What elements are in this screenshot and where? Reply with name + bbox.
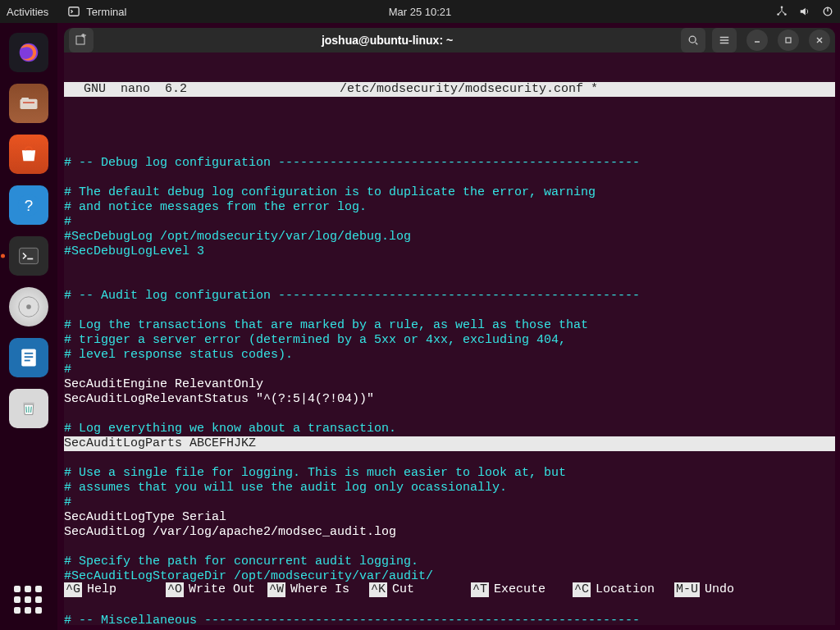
activities-button[interactable]: Activities	[7, 6, 48, 18]
editor-line[interactable]: # -- Debug log configuration -----------…	[64, 156, 835, 171]
nano-file-path: /etc/modsecurity/modsecurity.conf *	[340, 82, 598, 97]
nano-header: GNU nano 6.2 /etc/modsecurity/modsecurit…	[64, 82, 835, 97]
editor-line[interactable]: # Log the transactions that are marked b…	[64, 318, 835, 333]
network-icon[interactable]	[776, 6, 788, 17]
editor-line[interactable]: SecAuditLog /var/log/apache2/modsec_audi…	[64, 525, 835, 540]
editor-line[interactable]: SecAuditEngine RelevantOnly	[64, 377, 835, 392]
dock-software[interactable]	[9, 135, 48, 174]
shortcut-key: M-U	[674, 582, 700, 597]
svg-rect-0	[69, 7, 79, 16]
minimize-button[interactable]	[746, 30, 768, 51]
svg-rect-12	[20, 248, 39, 263]
editor-line[interactable]: # The default debug log configuration is…	[64, 185, 835, 200]
editor-line[interactable]: SecAuditLogRelevantStatus "^(?:5|4(?!04)…	[64, 392, 835, 407]
dock-files[interactable]	[9, 84, 48, 123]
nano-shortcut: ^CLocation	[573, 582, 674, 597]
dock-disk[interactable]	[9, 287, 48, 326]
nano-editor[interactable]: GNU nano 6.2 /etc/modsecurity/modsecurit…	[64, 52, 835, 625]
editor-line[interactable]: # assumes that you will use the audit lo…	[64, 481, 835, 495]
window-titlebar: joshua@ubuntu-linux: ~	[64, 28, 835, 52]
editor-line[interactable]: #SecDebugLog /opt/modsecurity/var/log/de…	[64, 230, 835, 244]
nano-shortcut: ^GHelp	[64, 582, 166, 597]
editor-line[interactable]: # trigger a server error (determined by …	[64, 333, 835, 348]
dock-trash[interactable]	[9, 389, 48, 428]
svg-text:?: ?	[25, 197, 33, 214]
editor-line[interactable]: #SecDebugLogLevel 3	[64, 244, 835, 259]
trash-icon	[18, 398, 39, 419]
terminal-window: joshua@ubuntu-linux: ~ GNU nano 6.2 /etc…	[64, 28, 835, 625]
files-icon	[17, 92, 40, 115]
svg-point-15	[26, 304, 31, 309]
window-title: joshua@ubuntu-linux: ~	[100, 34, 674, 47]
dock-text-editor[interactable]	[9, 338, 48, 377]
editor-line[interactable]	[64, 407, 835, 422]
cd-icon	[16, 294, 41, 319]
svg-rect-31	[786, 38, 791, 43]
nano-content[interactable]: # -- Debug log configuration -----------…	[64, 126, 835, 625]
hamburger-icon	[719, 34, 730, 46]
close-button[interactable]	[809, 30, 830, 51]
new-tab-button[interactable]	[69, 28, 94, 52]
dock-firefox[interactable]	[9, 33, 48, 72]
editor-line[interactable]	[64, 259, 835, 274]
shortcut-key: ^G	[64, 582, 82, 597]
help-icon: ?	[16, 193, 41, 217]
nano-shortcut: ^OWrite Out	[166, 582, 267, 597]
nano-shortcut-bar: ^GHelp^OWrite Out^WWhere Is^KCut^TExecut…	[64, 553, 835, 625]
editor-line[interactable]	[64, 304, 835, 318]
shortcut-label: Where Is	[290, 582, 349, 597]
editor-line[interactable]: # Use a single file for logging. This is…	[64, 466, 835, 481]
dock-terminal[interactable]	[9, 236, 48, 276]
notepad-icon	[17, 346, 40, 369]
editor-line[interactable]: # level response status codes).	[64, 348, 835, 363]
hamburger-menu-button[interactable]	[712, 28, 737, 52]
editor-line[interactable]	[64, 126, 835, 141]
clock[interactable]: Mar 25 10:21	[389, 6, 452, 18]
nano-shortcut: ^KCut	[369, 582, 471, 597]
shortcut-label: Cut	[392, 582, 414, 597]
editor-line[interactable]	[64, 141, 835, 156]
svg-rect-9	[23, 102, 34, 103]
editor-cursor-line[interactable]: SecAuditLogParts ABCEFHJKZ	[64, 436, 835, 451]
svg-rect-8	[21, 98, 29, 101]
editor-line[interactable]: # Log everything we know about a transac…	[64, 422, 835, 436]
terminal-icon	[68, 6, 80, 17]
svg-rect-20	[24, 403, 34, 404]
svg-point-25	[689, 36, 696, 43]
shortcut-label: Write Out	[189, 582, 255, 597]
new-tab-icon	[75, 34, 88, 47]
dock-help[interactable]: ?	[9, 185, 48, 225]
volume-icon[interactable]	[799, 6, 810, 17]
editor-line[interactable]: #	[64, 215, 835, 230]
editor-line[interactable]: # -- Audit log configuration -----------…	[64, 289, 835, 304]
editor-line[interactable]	[64, 451, 835, 466]
shortcut-label: Undo	[705, 582, 734, 597]
shortcut-label: Execute	[494, 582, 546, 597]
nano-shortcut: M-UUndo	[674, 582, 748, 597]
editor-line[interactable]	[64, 171, 835, 185]
editor-line[interactable]: #	[64, 363, 835, 377]
search-button[interactable]	[681, 28, 705, 52]
search-icon	[687, 34, 699, 46]
editor-line[interactable]: #	[64, 495, 835, 510]
svg-rect-7	[21, 99, 38, 109]
app-menu[interactable]: Terminal	[68, 6, 126, 18]
power-icon[interactable]	[822, 6, 833, 17]
shortcut-key: ^W	[267, 582, 285, 597]
minimize-icon	[753, 36, 761, 44]
shortcut-key: ^O	[166, 582, 184, 597]
shortcut-label: Help	[87, 582, 116, 597]
editor-line[interactable]: SecAuditLogType Serial	[64, 510, 835, 525]
ubuntu-dock: ?	[0, 23, 57, 630]
nano-shortcut: ^WWhere Is	[267, 582, 369, 597]
show-applications-button[interactable]	[14, 586, 43, 615]
editor-line[interactable]	[64, 274, 835, 289]
gnome-top-bar: Activities Terminal Mar 25 10:21	[0, 0, 840, 23]
app-menu-label: Terminal	[86, 6, 126, 18]
terminal-icon	[17, 244, 40, 267]
shortcut-key: ^T	[471, 582, 489, 597]
nano-program-version: GNU nano 6.2	[69, 82, 340, 97]
maximize-button[interactable]	[778, 30, 799, 51]
editor-line[interactable]: # and notice messages from the error log…	[64, 200, 835, 215]
firefox-icon	[16, 40, 41, 65]
